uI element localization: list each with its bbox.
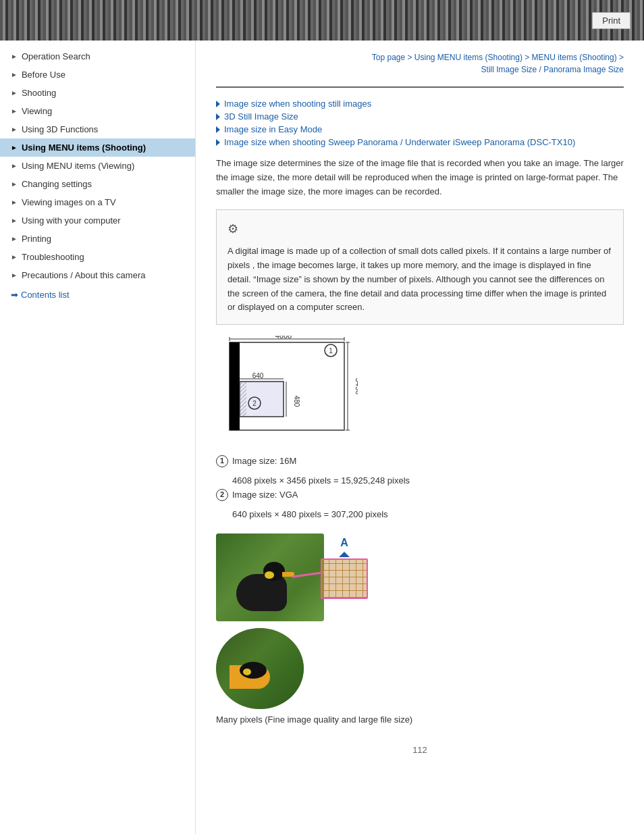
caption-text: Many pixels (Fine image quality and larg… <box>216 714 624 725</box>
image-size-info: 1 Image size: 16M 4608 pixels × 3456 pix… <box>216 454 624 522</box>
sidebar-item-before-use[interactable]: ►Before Use <box>0 66 195 84</box>
contents-list-label: Contents list <box>21 290 70 300</box>
diagram: 4608 3456 1 640 480 <box>216 336 358 444</box>
sidebar-arrow: ► <box>11 144 18 151</box>
sidebar-item-operation-search[interactable]: ►Operation Search <box>0 47 195 66</box>
sidebar-arrow: ► <box>11 107 18 115</box>
circle-number: 2 <box>216 489 228 501</box>
breadcrumb-still-image[interactable]: Still Image Size / Panorama Image Size <box>481 65 624 74</box>
sidebar-label: Viewing <box>22 106 52 116</box>
sidebar-label: Changing settings <box>22 179 92 189</box>
pixel-grid <box>321 558 368 599</box>
triangle-icon <box>216 126 220 133</box>
topic-link[interactable]: 3D Still Image Size <box>216 111 624 122</box>
size-title: Image size: VGA <box>232 488 298 502</box>
sidebar-label: Viewing images on a TV <box>22 197 116 207</box>
sidebar-label: Using MENU items (Viewing) <box>22 161 134 171</box>
sidebar-label: Precautions / About this camera <box>22 270 146 280</box>
sidebar-label: Before Use <box>22 70 65 80</box>
description-text: The image size determines the size of th… <box>216 157 624 199</box>
topic-link-label: Image size in Easy Mode <box>224 124 322 134</box>
sidebar-item-changing-settings[interactable]: ►Changing settings <box>0 175 195 193</box>
svg-text:2: 2 <box>252 400 257 407</box>
breadcrumb-top[interactable]: Top page <box>372 53 405 62</box>
sidebar-arrow: ► <box>11 235 18 242</box>
pixel-label-a: A <box>321 537 368 549</box>
numbered-item: 2 Image size: VGA <box>216 488 624 502</box>
sidebar-item-viewing[interactable]: ►Viewing <box>0 102 195 120</box>
info-box: ⚙ A digital image is made up of a collec… <box>216 209 624 325</box>
sidebar-item-using-menu-shooting[interactable]: ►Using MENU items (Shooting) <box>0 138 195 157</box>
sidebar-item-precautions[interactable]: ►Precautions / About this camera <box>0 266 195 284</box>
sidebar-label: Shooting <box>22 88 56 98</box>
sidebar: ►Operation Search►Before Use►Shooting►Vi… <box>0 41 196 834</box>
contents-list-link[interactable]: ➡ Contents list <box>0 284 195 304</box>
svg-rect-13 <box>240 382 246 417</box>
diagram-svg: 4608 3456 1 640 480 <box>216 336 358 444</box>
arrow-right-icon: ➡ <box>11 290 18 300</box>
sidebar-label: Using 3D Functions <box>22 124 98 134</box>
sidebar-arrow: ► <box>11 71 18 78</box>
triangle-icon <box>216 101 220 107</box>
svg-text:4608: 4608 <box>275 336 292 340</box>
sidebar-arrow: ► <box>11 89 18 97</box>
bird-main-image <box>216 533 324 621</box>
sidebar-arrow: ► <box>11 180 18 188</box>
sidebar-arrow: ► <box>11 162 18 170</box>
sidebar-item-using-menu-viewing[interactable]: ►Using MENU items (Viewing) <box>0 157 195 175</box>
sidebar-item-viewing-tv[interactable]: ►Viewing images on a TV <box>0 193 195 211</box>
sidebar-arrow: ► <box>11 271 18 279</box>
bird-illustration-container: A <box>216 533 624 621</box>
sidebar-label: Using MENU items (Shooting) <box>22 142 146 153</box>
svg-text:480: 480 <box>293 396 300 407</box>
title-divider <box>216 86 624 88</box>
info-box-text: A digital image is made up of a collecti… <box>227 244 612 315</box>
svg-text:1: 1 <box>329 347 333 355</box>
top-header: Print <box>0 0 644 41</box>
sidebar-label: Printing <box>22 234 51 244</box>
sidebar-arrow: ► <box>11 126 18 133</box>
info-icon: ⚙ <box>227 219 612 239</box>
sidebar-item-using-computer[interactable]: ►Using with your computer <box>0 211 195 230</box>
print-button[interactable]: Print <box>592 12 630 29</box>
topic-link[interactable]: Image size in Easy Mode <box>216 124 624 134</box>
image-size-item: 2 Image size: VGA 640 pixels × 480 pixel… <box>216 488 624 522</box>
sidebar-item-shooting[interactable]: ►Shooting <box>0 84 195 102</box>
svg-text:640: 640 <box>252 372 264 380</box>
size-title: Image size: 16M <box>232 454 296 469</box>
topic-link-label: 3D Still Image Size <box>224 111 298 122</box>
sidebar-arrow: ► <box>11 199 18 206</box>
svg-rect-1 <box>230 342 240 430</box>
content-area: Top page > Using MENU items (Shooting) >… <box>196 41 644 834</box>
circle-number: 1 <box>216 455 228 467</box>
pixel-zoom-area: A <box>321 537 368 599</box>
topic-link[interactable]: Image size when shooting still images <box>216 99 624 109</box>
sidebar-arrow: ► <box>11 253 18 261</box>
sidebar-item-using-3d[interactable]: ►Using 3D Functions <box>0 120 195 138</box>
topic-link-label: Image size when shooting Sweep Panorama … <box>224 137 575 147</box>
topic-links: Image size when shooting still images3D … <box>216 99 624 147</box>
numbered-item: 1 Image size: 16M <box>216 454 624 469</box>
main-layout: ►Operation Search►Before Use►Shooting►Vi… <box>0 41 644 834</box>
sidebar-label: Using with your computer <box>22 215 121 226</box>
topic-link-label: Image size when shooting still images <box>224 99 371 109</box>
size-detail: 4608 pixels × 3456 pixels = 15,925,248 p… <box>216 473 624 488</box>
breadcrumb-menu-items[interactable]: MENU items (Shooting) <box>532 53 617 62</box>
sidebar-arrow: ► <box>11 53 18 60</box>
topic-link[interactable]: Image size when shooting Sweep Panorama … <box>216 137 624 147</box>
bird-closeup-container <box>216 628 624 709</box>
image-size-item: 1 Image size: 16M 4608 pixels × 3456 pix… <box>216 454 624 488</box>
bird-row: A <box>216 533 624 621</box>
svg-text:3456: 3456 <box>354 378 358 394</box>
bird-closeup-image <box>216 628 304 709</box>
breadcrumb: Top page > Using MENU items (Shooting) >… <box>216 51 624 76</box>
size-detail: 640 pixels × 480 pixels = 307,200 pixels <box>216 506 624 522</box>
sidebar-arrow: ► <box>11 217 18 224</box>
breadcrumb-using-menu[interactable]: Using MENU items (Shooting) <box>414 53 522 62</box>
sidebar-item-troubleshooting[interactable]: ►Troubleshooting <box>0 248 195 266</box>
sidebar-item-printing[interactable]: ►Printing <box>0 230 195 248</box>
sidebar-label: Troubleshooting <box>22 252 84 262</box>
page-number: 112 <box>216 745 624 768</box>
triangle-icon <box>216 139 220 146</box>
triangle-icon <box>216 113 220 120</box>
